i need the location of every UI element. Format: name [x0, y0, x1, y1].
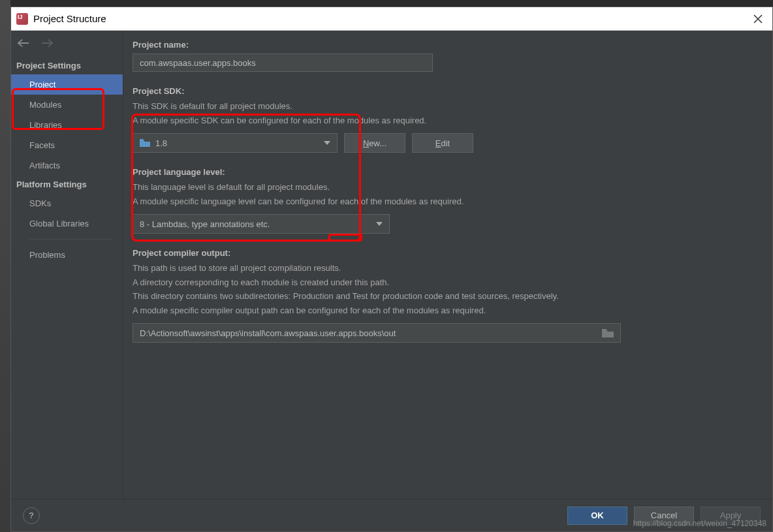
lang-level-value: 8 - Lambdas, type annotations etc. — [140, 219, 270, 229]
sidebar-item-global-libraries[interactable]: Global Libraries — [11, 213, 123, 234]
out-help-2: A directory corresponding to each module… — [133, 276, 758, 289]
intellij-icon — [16, 13, 28, 25]
section-platform-settings: Platform Settings — [11, 176, 123, 193]
compiler-out-label: Project compiler output: — [133, 248, 758, 258]
chevron-down-icon — [324, 141, 330, 145]
window-title: Project Structure — [33, 13, 106, 24]
sdk-help-2: A module specific SDK can be configured … — [133, 114, 758, 127]
sdk-help-1: This SDK is default for all project modu… — [133, 100, 758, 113]
titlebar-left: Project Structure — [16, 13, 106, 25]
project-name-input[interactable] — [133, 54, 433, 72]
sidebar: Project Settings Project Modules Librari… — [11, 31, 123, 499]
compiler-output-field[interactable] — [133, 323, 621, 343]
project-sdk-label: Project SDK: — [133, 86, 758, 96]
edit-sdk-button[interactable]: Edit — [412, 133, 473, 153]
out-help-1: This path is used to store all project c… — [133, 262, 758, 275]
sidebar-item-libraries[interactable]: Libraries — [11, 115, 123, 135]
project-name-label: Project name: — [133, 40, 758, 50]
section-project-settings: Project Settings — [11, 57, 123, 74]
sidebar-separator — [29, 239, 111, 240]
sidebar-item-project[interactable]: Project — [11, 74, 123, 95]
close-icon[interactable] — [753, 14, 763, 24]
nav-forward-icon[interactable] — [41, 39, 53, 48]
lang-help-1: This language level is default for all p… — [133, 181, 758, 194]
project-structure-dialog: Project Structure Project Settings Proje… — [10, 7, 773, 532]
sidebar-item-modules[interactable]: Modules — [11, 95, 123, 115]
chevron-down-icon — [376, 222, 383, 226]
project-sdk-dropdown[interactable]: 1.8 — [133, 133, 338, 153]
compiler-output-input[interactable] — [140, 328, 602, 338]
out-help-3: This directory contains two subdirectori… — [133, 290, 758, 303]
ok-button[interactable]: OK — [567, 507, 627, 525]
out-help-4: A module specific compiler output path c… — [133, 304, 758, 317]
watermark-text: https://blog.csdn.net/weixin_47120348 — [633, 519, 766, 528]
titlebar: Project Structure — [11, 7, 772, 31]
lang-help-2: A module specific language level can be … — [133, 195, 758, 208]
sidebar-item-problems[interactable]: Problems — [11, 245, 123, 265]
lang-level-dropdown[interactable]: 8 - Lambdas, type annotations etc. — [133, 214, 390, 234]
new-sdk-button[interactable]: New... — [344, 133, 405, 153]
sdk-value: 1.8 — [155, 138, 167, 148]
sidebar-item-artifacts[interactable]: Artifacts — [11, 155, 123, 176]
help-button[interactable]: ? — [23, 507, 40, 524]
sidebar-item-sdks[interactable]: SDKs — [11, 193, 123, 213]
lang-level-label: Project language level: — [133, 167, 758, 177]
nav-back-icon[interactable] — [18, 39, 29, 48]
background-strip — [0, 0, 10, 532]
folder-icon[interactable] — [602, 328, 614, 337]
main-panel: Project name: Project SDK: This SDK is d… — [123, 31, 772, 499]
sidebar-item-facets[interactable]: Facets — [11, 135, 123, 155]
dialog-body: Project Settings Project Modules Librari… — [11, 31, 772, 499]
sdk-folder-icon — [140, 139, 150, 147]
